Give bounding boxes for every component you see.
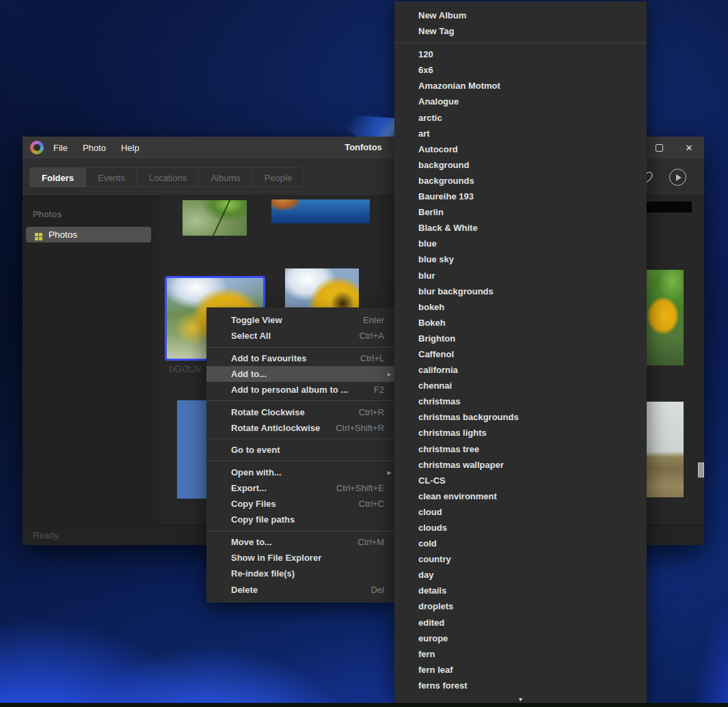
menu-item-shortcut: Ctrl+C [359,499,384,509]
submenu-tag-blue[interactable]: blue [394,236,647,251]
scroll-down-icon[interactable]: ▾ [394,696,647,703]
tab-folders[interactable]: Folders [29,167,86,187]
photo-thumbnail-dark[interactable] [647,202,692,212]
menu-item-label: Open with... [231,467,384,477]
submenu-tag-day[interactable]: day [394,567,647,583]
menu-item-rotate-clockwise[interactable]: Rotate ClockwiseCtrl+R [206,404,395,419]
tab-locations[interactable]: Locations [137,167,200,187]
submenu-tag-christmas-lights[interactable]: christmas lights [394,425,647,441]
photo-thumbnail-flower-right[interactable] [646,270,684,365]
submenu-tag-clouds[interactable]: clouds [394,520,647,536]
photo-thumbnail-leaf[interactable] [183,200,247,236]
photo-thumbnail-water[interactable] [271,199,370,223]
sidebar-item-photos[interactable]: Photos [26,227,151,242]
menu-help[interactable]: Help [121,143,139,153]
submenu-tag-clean-environment[interactable]: clean environment [394,488,647,504]
selected-photo-caption: bG0tJv [169,363,202,374]
submenu-tag-blur[interactable]: blur [394,268,647,283]
submenu-tag-bokeh[interactable]: Bokeh [394,315,647,331]
submenu-tag-christmas-tree[interactable]: christmas tree [394,441,647,457]
submenu-tag-blue-sky[interactable]: blue sky [394,251,647,267]
submenu-tag-caffenol[interactable]: Caffenol [394,346,647,362]
context-menu: Toggle ViewEnterSelect AllCtrl+AAdd to F… [206,307,395,602]
submenu-action-new-album[interactable]: New Album [394,8,647,23]
sidebar-item-label: Photos [49,230,77,240]
menu-item-copy-file-paths[interactable]: Copy file paths [206,512,395,527]
submenu-tag-baureihe-193[interactable]: Baureihe 193 [394,189,647,204]
menu-item-shortcut: Ctrl+Shift+E [336,483,384,493]
submenu-tag-autocord[interactable]: Autocord [394,141,647,157]
menu-item-re-index-file-s[interactable]: Re-index file(s) [206,566,395,581]
menu-item-shortcut: Enter [363,315,384,325]
tab-events[interactable]: Events [86,167,137,187]
scrollbar-thumb[interactable] [698,462,704,477]
submenu-tag-christmas-backgrounds[interactable]: christmas backgrounds [394,409,647,425]
menu-item-label: Rotate Clockwise [231,407,359,417]
submenu-tag-california[interactable]: california [394,362,647,378]
submenu-tag-edited[interactable]: edited [394,615,647,630]
menu-photo[interactable]: Photo [83,143,106,153]
photo-thumbnail-blue[interactable] [177,400,207,499]
submenu-tag-europe[interactable]: europe [394,630,647,646]
submenu-tag-120[interactable]: 120 [394,46,647,62]
menu-item-show-in-file-explorer[interactable]: Show in File Explorer [206,550,395,566]
submenu-tag-cloud[interactable]: cloud [394,504,647,520]
menu-item-toggle-view[interactable]: Toggle ViewEnter [206,312,395,328]
menu-item-copy-files[interactable]: Copy FilesCtrl+C [206,496,395,512]
submenu-tag-berlin[interactable]: Berlin [394,204,647,220]
submenu-tag-droplets[interactable]: droplets [394,598,647,614]
submenu-tag-fern[interactable]: fern [394,646,647,662]
desktop: File Photo Help Tonfotos ✕ FoldersEvents… [0,0,728,707]
tab-albums[interactable]: Albums [199,167,252,187]
menu-file[interactable]: File [53,143,68,153]
menu-item-delete[interactable]: DeleteDel [206,581,395,597]
wallpaper-bloom-right [673,540,728,707]
submenu-tag-christmas-wallpaper[interactable]: christmas wallpaper [394,457,647,473]
menu-item-label: Add to... [231,369,384,379]
menu-separator [206,460,395,461]
slideshow-play-icon[interactable] [669,169,686,186]
menu-item-add-to-favourites[interactable]: Add to FavouritesCtrl+L [206,350,395,366]
submenu-tag-art[interactable]: art [394,126,647,141]
menu-item-select-all[interactable]: Select AllCtrl+A [206,328,395,344]
submenu-tag-background[interactable]: background [394,157,647,173]
sidebar-section-label: Photos [33,210,159,219]
submenu-tag-arctic[interactable]: arctic [394,110,647,126]
menu-item-label: Export... [231,483,336,493]
taskbar[interactable] [0,703,728,707]
menu-item-rotate-anticlockwise[interactable]: Rotate AnticlockwiseCtrl+Shift+R [206,420,395,436]
submenu-tag-christmas[interactable]: christmas [394,393,647,409]
submenu-tag-cold[interactable]: cold [394,536,647,551]
submenu-tag-country[interactable]: country [394,551,647,567]
tab-people[interactable]: People [253,167,304,187]
menu-item-open-with[interactable]: Open with...▸ [206,464,395,480]
menu-item-go-to-event[interactable]: Go to event [206,442,395,458]
menu-item-shortcut: Ctrl+A [360,331,384,341]
submenu-tag-ferns-forest[interactable]: ferns forest [394,678,647,693]
submenu-action-new-tag[interactable]: New Tag [394,23,647,39]
submenu-tag-amazonian-motmot[interactable]: Amazonian Motmot [394,78,647,94]
view-tabs: FoldersEventsLocationsAlbumsPeople [29,167,304,187]
menu-item-label: Move to... [231,537,358,547]
submenu-tag-black-white[interactable]: Black & White [394,220,647,236]
submenu-tag-analogue[interactable]: Analogue [394,94,647,109]
close-button[interactable]: ✕ [674,137,704,158]
submenu-tag-backgrounds[interactable]: backgrounds [394,173,647,189]
submenu-tag-cl-cs[interactable]: CL-CS [394,473,647,488]
menu-separator [206,439,395,439]
submenu-tag-fern-leaf[interactable]: fern leaf [394,662,647,678]
submenu-tag-blur-backgrounds[interactable]: blur backgrounds [394,283,647,299]
menu-item-move-to[interactable]: Move to...Ctrl+M [206,534,395,550]
menu-item-add-to-personal-album-to[interactable]: Add to personal album to ...F2 [206,382,395,398]
submenu-tag-brighton[interactable]: Brighton [394,331,647,346]
submenu-tag-chennai[interactable]: chennai [394,378,647,393]
submenu-tag-6x6[interactable]: 6x6 [394,62,647,78]
menu-item-add-to[interactable]: Add to...▸ [206,366,395,382]
submenu-tag-bokeh[interactable]: bokeh [394,299,647,315]
photos-grid-icon [35,233,38,236]
submenu-tag-details[interactable]: details [394,583,647,598]
maximize-button[interactable] [644,137,674,158]
menu-bar: File Photo Help [53,143,139,153]
menu-item-export[interactable]: Export...Ctrl+Shift+E [206,480,395,496]
photo-thumbnail-savanna[interactable] [646,402,684,497]
